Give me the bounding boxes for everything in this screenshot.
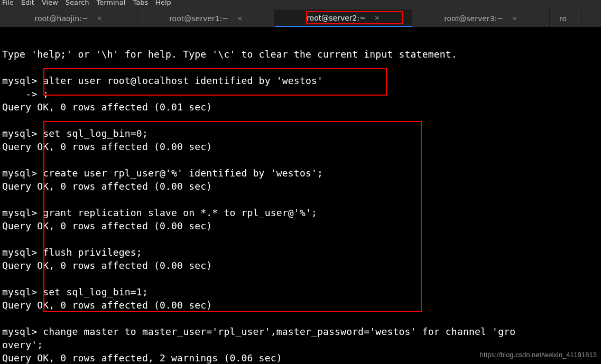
menu-file[interactable]: File <box>2 0 14 5</box>
tab-server1[interactable]: root@server1:~ × <box>137 10 275 27</box>
menu-search[interactable]: Search <box>66 0 89 5</box>
tab-title: root@server3:~ <box>444 14 503 23</box>
close-icon[interactable]: × <box>237 14 243 22</box>
menu-bar: File Edit View Search Terminal Tabs Help <box>0 0 601 10</box>
watermark-text: https://blog.csdn.net/weixin_41191813 <box>480 351 597 359</box>
tab-title: root@haojin:~ <box>34 14 88 23</box>
tab-server3[interactable]: root@server3:~ × <box>412 10 550 27</box>
tab-title: ro <box>559 14 567 23</box>
close-icon[interactable]: × <box>512 14 517 22</box>
tab-server2[interactable]: root@server2:~ × <box>275 10 412 27</box>
tab-title: root@server2:~ <box>307 14 366 22</box>
close-icon[interactable]: × <box>374 14 380 22</box>
close-icon[interactable]: × <box>97 14 103 22</box>
tab-title: root@server1:~ <box>169 14 228 23</box>
menu-edit[interactable]: Edit <box>21 0 34 5</box>
menu-help[interactable]: Help <box>155 0 171 5</box>
terminal-output[interactable]: Type 'help;' or '\h' for help. Type '\c'… <box>0 27 601 364</box>
menu-view[interactable]: View <box>42 0 58 5</box>
tab-partial[interactable]: ro <box>550 10 581 27</box>
tab-haojin[interactable]: root@haojin:~ × <box>0 10 137 27</box>
tab-bar: root@haojin:~ × root@server1:~ × root@se… <box>0 10 601 27</box>
menu-terminal[interactable]: Terminal <box>96 0 125 5</box>
menu-tabs[interactable]: Tabs <box>133 0 148 5</box>
